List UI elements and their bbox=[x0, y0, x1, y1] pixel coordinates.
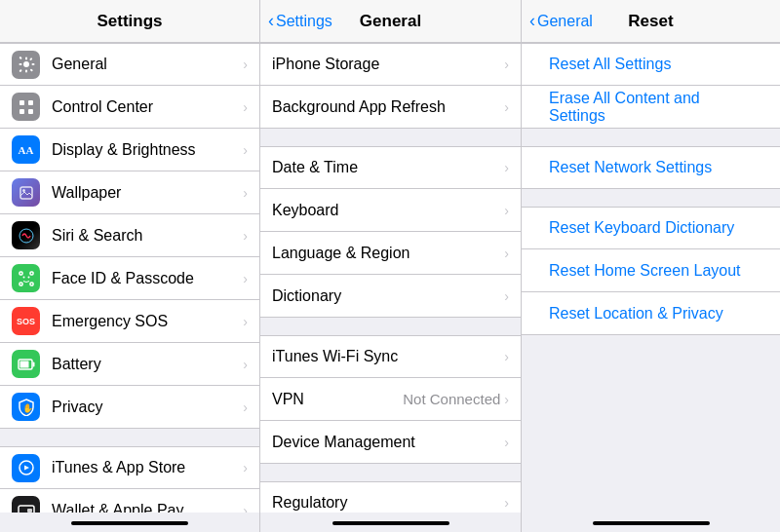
wallet-chevron: › bbox=[243, 503, 248, 513]
reset-item-location[interactable]: Reset Location & Privacy bbox=[522, 292, 780, 335]
iphone-storage-label: iPhone Storage bbox=[272, 56, 504, 73]
regulatory-label: Regulatory bbox=[272, 494, 504, 512]
general-section-2: Date & Time › Keyboard › Language & Regi… bbox=[260, 146, 521, 318]
itunes-wifi-label: iTunes Wi-Fi Sync bbox=[272, 348, 504, 365]
settings-item-siri[interactable]: Siri & Search › bbox=[0, 214, 259, 257]
keyboard-chevron: › bbox=[504, 203, 509, 218]
right-gap-2 bbox=[522, 189, 780, 207]
dictionary-label: Dictionary bbox=[272, 287, 504, 305]
battery-chevron: › bbox=[243, 357, 248, 372]
control-center-label: Control Center bbox=[52, 98, 243, 116]
reset-back-button[interactable]: ‹ General bbox=[529, 11, 593, 31]
general-item-background-refresh[interactable]: Background App Refresh › bbox=[260, 86, 521, 129]
general-column: ‹ Settings General iPhone Storage › Back… bbox=[260, 0, 522, 532]
faceid-icon bbox=[12, 264, 40, 292]
general-back-chevron: ‹ bbox=[268, 11, 274, 31]
general-icon bbox=[12, 51, 40, 79]
reset-network-label: Reset Network Settings bbox=[533, 159, 727, 176]
settings-item-battery[interactable]: Battery › bbox=[0, 343, 259, 386]
keyboard-label: Keyboard bbox=[272, 202, 504, 219]
svg-rect-3 bbox=[20, 109, 24, 114]
reset-section-2: Reset Network Settings bbox=[522, 146, 780, 189]
device-management-chevron: › bbox=[504, 435, 509, 450]
display-chevron: › bbox=[243, 142, 248, 158]
settings-item-display[interactable]: AA Display & Brightness › bbox=[0, 129, 259, 171]
general-header: ‹ Settings General bbox=[260, 0, 521, 43]
reset-back-chevron: ‹ bbox=[529, 11, 535, 31]
general-item-dictionary[interactable]: Dictionary › bbox=[260, 275, 521, 318]
svg-rect-15 bbox=[20, 361, 28, 367]
sos-icon: SOS bbox=[12, 307, 40, 335]
general-item-vpn[interactable]: VPN Not Connected › bbox=[260, 378, 521, 421]
reset-location-label: Reset Location & Privacy bbox=[533, 305, 739, 323]
settings-item-privacy[interactable]: ✋ Privacy › bbox=[0, 386, 259, 429]
reset-all-settings-label: Reset All Settings bbox=[533, 56, 686, 73]
general-list: iPhone Storage › Background App Refresh … bbox=[260, 43, 521, 513]
wallpaper-icon bbox=[12, 178, 40, 207]
settings-item-itunes[interactable]: iTunes & App Store › bbox=[0, 446, 259, 489]
privacy-label: Privacy bbox=[52, 399, 243, 416]
sos-chevron: › bbox=[243, 314, 248, 329]
reset-section-3: Reset Keyboard Dictionary Reset Home Scr… bbox=[522, 207, 780, 335]
itunes-chevron: › bbox=[243, 460, 248, 475]
general-item-language[interactable]: Language & Region › bbox=[260, 232, 521, 275]
general-item-itunes-wifi[interactable]: iTunes Wi-Fi Sync › bbox=[260, 335, 521, 378]
faceid-label: Face ID & Passcode bbox=[52, 270, 243, 287]
settings-item-wallpaper[interactable]: Wallpaper › bbox=[0, 171, 259, 214]
settings-column: Settings General › bbox=[0, 0, 260, 532]
general-section-3: iTunes Wi-Fi Sync › VPN Not Connected › … bbox=[260, 335, 521, 464]
settings-item-sos[interactable]: SOS Emergency SOS › bbox=[0, 300, 259, 343]
general-chevron: › bbox=[243, 57, 248, 72]
general-item-device-management[interactable]: Device Management › bbox=[260, 421, 521, 464]
svg-rect-19 bbox=[27, 509, 32, 513]
battery-icon bbox=[12, 350, 40, 378]
general-section-4: Regulatory › bbox=[260, 481, 521, 513]
general-item-date-time[interactable]: Date & Time › bbox=[260, 146, 521, 189]
siri-icon bbox=[12, 221, 40, 249]
svg-rect-1 bbox=[20, 100, 24, 105]
background-refresh-label: Background App Refresh bbox=[272, 98, 504, 116]
wallpaper-label: Wallpaper bbox=[52, 184, 243, 202]
settings-section-2: iTunes & App Store › Wallet & Apple Pay … bbox=[0, 446, 259, 513]
control-center-chevron: › bbox=[243, 99, 248, 115]
settings-item-control-center[interactable]: Control Center › bbox=[0, 86, 259, 129]
wallet-label: Wallet & Apple Pay bbox=[52, 502, 243, 513]
general-item-iphone-storage[interactable]: iPhone Storage › bbox=[260, 43, 521, 86]
reset-item-network[interactable]: Reset Network Settings bbox=[522, 146, 780, 189]
reset-title: Reset bbox=[628, 12, 673, 31]
reset-item-home-screen[interactable]: Reset Home Screen Layout bbox=[522, 249, 780, 292]
faceid-chevron: › bbox=[243, 271, 248, 286]
left-bottom-bar bbox=[71, 521, 188, 525]
display-icon: AA bbox=[12, 135, 40, 164]
vpn-chevron: › bbox=[504, 392, 509, 407]
mid-gap-3 bbox=[260, 464, 521, 481]
reset-section-1: Reset All Settings Erase All Content and… bbox=[522, 43, 780, 129]
device-management-label: Device Management bbox=[272, 434, 504, 451]
siri-chevron: › bbox=[243, 228, 248, 244]
wallet-icon bbox=[12, 496, 40, 513]
reset-item-erase-all[interactable]: Erase All Content and Settings bbox=[522, 86, 780, 129]
reset-item-keyboard[interactable]: Reset Keyboard Dictionary bbox=[522, 207, 780, 249]
general-back-button[interactable]: ‹ Settings bbox=[268, 11, 332, 31]
reset-home-screen-label: Reset Home Screen Layout bbox=[533, 262, 757, 280]
mid-gap-1 bbox=[260, 129, 521, 146]
erase-all-label: Erase All Content and Settings bbox=[533, 90, 768, 125]
reset-item-all-settings[interactable]: Reset All Settings bbox=[522, 43, 780, 86]
display-label: Display & Brightness bbox=[52, 141, 243, 159]
language-label: Language & Region bbox=[272, 245, 504, 262]
settings-list: General › Control Center › bbox=[0, 43, 259, 513]
iphone-storage-chevron: › bbox=[504, 57, 509, 72]
svg-rect-10 bbox=[20, 283, 22, 285]
reset-list: Reset All Settings Erase All Content and… bbox=[522, 43, 780, 513]
settings-item-faceid[interactable]: Face ID & Passcode › bbox=[0, 257, 259, 300]
settings-title: Settings bbox=[97, 12, 162, 31]
reset-header: ‹ General Reset bbox=[522, 0, 780, 43]
settings-item-general[interactable]: General › bbox=[0, 43, 259, 86]
svg-point-12 bbox=[22, 276, 24, 278]
svg-point-6 bbox=[22, 189, 25, 192]
general-item-regulatory[interactable]: Regulatory › bbox=[260, 481, 521, 513]
general-item-keyboard[interactable]: Keyboard › bbox=[260, 189, 521, 232]
settings-item-wallet[interactable]: Wallet & Apple Pay › bbox=[0, 489, 259, 513]
reset-keyboard-label: Reset Keyboard Dictionary bbox=[533, 219, 750, 237]
control-center-icon bbox=[12, 93, 40, 121]
